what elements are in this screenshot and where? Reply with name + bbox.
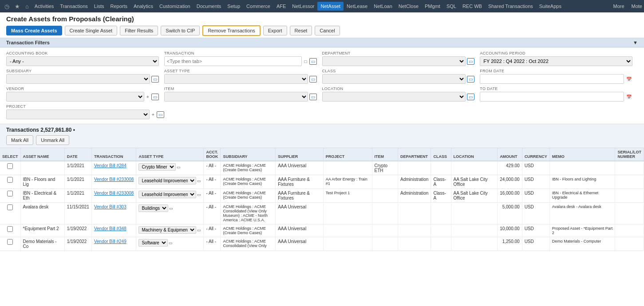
row-asset-type-select[interactable]: Leasehold Improvements	[138, 191, 196, 198]
asset-type-ext-icon[interactable]: ▭	[169, 241, 173, 245]
row-department	[398, 161, 431, 175]
section-collapse-icon[interactable]: ▼	[633, 40, 638, 45]
item-ext-icon[interactable]: ▭	[309, 94, 317, 100]
subsidiary-ext-icon[interactable]: ▭	[151, 76, 159, 82]
switch-to-cip-button[interactable]: Switch to CIP	[161, 26, 200, 35]
nav-netlease[interactable]: NetLease	[344, 2, 371, 11]
transaction-ext-icon[interactable]: ▭	[309, 58, 317, 65]
mass-create-assets-button[interactable]: Mass Create Assets	[6, 26, 62, 35]
from-date-input[interactable]	[480, 74, 624, 84]
row-asset-type-select[interactable]: Buildings	[138, 204, 168, 212]
nav-analytics[interactable]: Analytics	[130, 2, 156, 11]
department-select[interactable]	[322, 56, 466, 66]
cancel-button[interactable]: Cancel	[315, 26, 340, 35]
transaction-link[interactable]: Vendor Bill #249	[94, 239, 126, 244]
project-select[interactable]	[6, 110, 150, 119]
mark-all-button[interactable]: Mark All	[6, 135, 33, 145]
asset-type-select[interactable]	[164, 74, 308, 84]
reset-button[interactable]: Reset	[290, 26, 312, 35]
asset-type-ext-icon[interactable]: ▭	[197, 179, 201, 183]
to-date-calendar-icon[interactable]: 📅	[625, 94, 632, 100]
star-icon[interactable]: ★	[12, 3, 23, 10]
asset-type-ext-icon[interactable]: ▭	[197, 228, 201, 232]
transaction-link[interactable]: Vendor Bill #233008	[94, 191, 134, 196]
class-select[interactable]	[322, 74, 466, 84]
vendor-ext-icon[interactable]: ▭	[151, 94, 159, 100]
asset-type-ext-icon[interactable]: ▭	[197, 192, 201, 197]
nav-reports[interactable]: Reports	[107, 2, 130, 11]
transaction-link[interactable]: Vendor Bill #284	[94, 163, 126, 168]
accounting-period-filter: ACCOUNTING PERIOD FY 2022 : Q4 2022 : Oc…	[480, 51, 632, 66]
project-add-icon[interactable]: +	[151, 112, 155, 118]
col-currency: CURRENCY	[522, 148, 549, 161]
accounting-period-select[interactable]: FY 2022 : Q4 2022 : Oct 2022	[480, 56, 632, 66]
row-asset-type-select[interactable]: Machinery & Equipment	[138, 226, 196, 234]
row-asset-type-select[interactable]: Software	[138, 239, 168, 247]
filter-row-4: PROJECT + ▭	[6, 104, 638, 119]
row-checkbox[interactable]	[7, 204, 13, 210]
row-location	[451, 161, 498, 175]
asset-type-ext-icon[interactable]: ▭	[309, 76, 317, 82]
row-acct-book: - All -	[204, 161, 221, 175]
nav-netlessor[interactable]: NetLessor	[289, 2, 317, 11]
row-checkbox[interactable]	[7, 191, 13, 196]
home-icon[interactable]: ⌂	[23, 3, 32, 10]
project-ext-icon[interactable]: ▭	[157, 111, 164, 118]
nav-recwb[interactable]: REC WB	[459, 2, 485, 11]
row-asset-type-select[interactable]: Leasehold Improvements	[138, 177, 196, 184]
location-ext-icon[interactable]: ▭	[467, 94, 474, 100]
item-select[interactable]	[164, 92, 308, 102]
row-department	[398, 203, 431, 224]
nav-suiteapps[interactable]: SuiteApps	[536, 2, 565, 11]
row-checkbox[interactable]	[7, 226, 13, 232]
nav-netloan[interactable]: NetLoan	[371, 2, 395, 11]
row-supplier: AAA Universal	[276, 161, 324, 175]
transaction-multi-icon[interactable]: □	[303, 59, 308, 64]
unmark-all-button[interactable]: Unmark All	[36, 135, 69, 145]
vendor-select[interactable]	[6, 92, 144, 102]
export-button[interactable]: Export	[263, 26, 287, 35]
department-ext-icon[interactable]: ▭	[467, 58, 474, 65]
to-date-input[interactable]	[480, 92, 624, 102]
nav-netasset[interactable]: NetAsset	[317, 2, 344, 11]
nav-lists[interactable]: Lists	[91, 2, 107, 11]
subsidiary-select[interactable]	[6, 74, 150, 84]
row-class	[431, 203, 451, 224]
create-single-asset-button[interactable]: Create Single Asset	[65, 26, 118, 35]
filter-results-button[interactable]: Filter Results	[120, 26, 158, 35]
row-subsidiary: ACME Holdings : ACME (Create Demo Cases)	[221, 175, 276, 189]
clock-icon[interactable]: ◷	[2, 3, 12, 10]
nav-sql[interactable]: SQL	[443, 2, 459, 11]
transaction-link[interactable]: Vendor Bill #348	[94, 226, 126, 231]
nav-activities[interactable]: Activities	[32, 2, 57, 11]
row-supplier: AAA Universal	[276, 237, 324, 251]
department-filter: DEPARTMENT ▭	[322, 51, 475, 66]
row-checkbox[interactable]	[7, 177, 13, 183]
row-checkbox[interactable]	[7, 163, 13, 169]
nav-commerce[interactable]: Commerce	[243, 2, 273, 11]
nav-documents[interactable]: Documents	[194, 2, 225, 11]
accounting-book-select[interactable]: - Any -	[6, 56, 159, 66]
asset-type-ext-icon[interactable]: ▭	[177, 165, 181, 169]
class-ext-icon[interactable]: ▭	[467, 76, 474, 82]
nav-netclose[interactable]: NetClose	[395, 2, 422, 11]
row-asset-type-select[interactable]: Crypto Miner	[138, 163, 176, 171]
nav-transactions[interactable]: Transactions	[57, 2, 91, 11]
vendor-add-icon[interactable]: +	[146, 94, 150, 100]
row-item	[372, 189, 398, 203]
transaction-link[interactable]: Vendor Bill #233008	[94, 177, 134, 182]
row-checkbox[interactable]	[7, 239, 13, 245]
row-amount: 5,000.00	[498, 203, 522, 224]
location-select[interactable]	[322, 92, 466, 102]
transaction-link[interactable]: Vendor Bill #303	[94, 204, 126, 209]
from-date-calendar-icon[interactable]: 📅	[625, 76, 632, 82]
nav-setup[interactable]: Setup	[224, 2, 243, 11]
nav-shared-transactions[interactable]: Shared Transactions	[485, 2, 536, 11]
nav-pmgmt[interactable]: PMgmt	[422, 2, 443, 11]
asset-type-ext-icon[interactable]: ▭	[169, 206, 173, 211]
remove-transactions-button[interactable]: Remove Transactions	[202, 25, 260, 36]
nav-afe[interactable]: AFE	[273, 2, 289, 11]
transaction-input[interactable]	[164, 56, 302, 66]
more-nav-button[interactable]: More	[609, 2, 628, 11]
nav-customization[interactable]: Customization	[156, 2, 194, 11]
